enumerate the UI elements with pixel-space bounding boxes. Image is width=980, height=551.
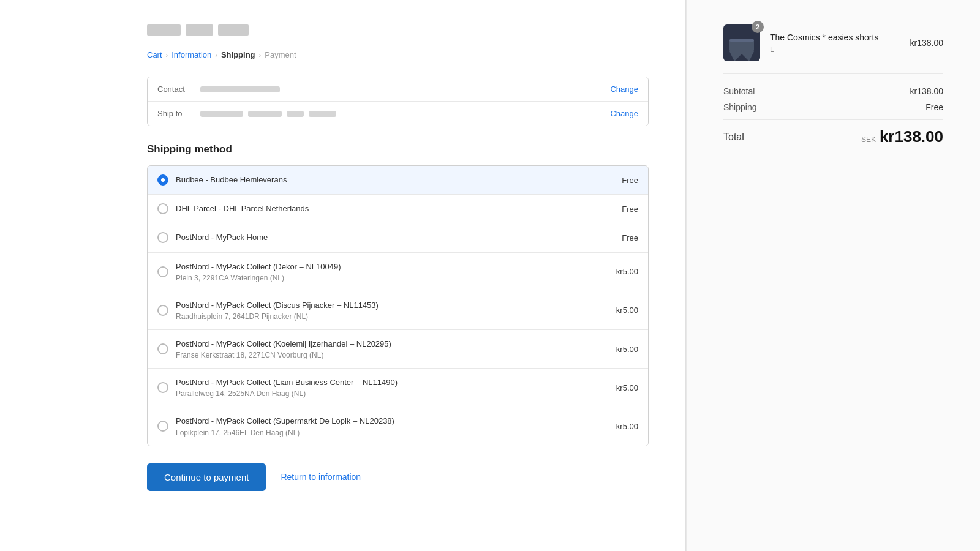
option-name-budbee: Budbee - Budbee Hemleverans — [176, 174, 612, 186]
option-address-postnord-koelemij: Franse Kerkstraat 18, 2271CN Voorburg (N… — [176, 351, 606, 359]
summary-divider — [723, 119, 943, 120]
shorts-icon — [728, 39, 755, 61]
option-address-postnord-discus: Raadhuisplein 7, 2641DR Pijnacker (NL) — [176, 312, 606, 321]
item-image-wrap: 2 — [723, 24, 760, 61]
breadcrumb-sep-1: › — [166, 51, 168, 59]
logo — [147, 24, 649, 36]
option-info-postnord-koelemij: PostNord - MyPack Collect (Koelemij Ijze… — [176, 339, 606, 359]
total-row: Total SEK kr138.00 — [723, 127, 943, 146]
subtotal-label: Subtotal — [723, 86, 755, 96]
option-name-postnord-liam: PostNord - MyPack Collect (Liam Business… — [176, 377, 606, 388]
breadcrumb-sep-2: › — [215, 51, 217, 59]
shipping-options-list: Budbee - Budbee HemleveransFreeDHL Parce… — [147, 165, 649, 446]
option-info-dhl: DHL Parcel - DHL Parcel Netherlands — [176, 203, 612, 214]
option-info-postnord-discus: PostNord - MyPack Collect (Discus Pijnac… — [176, 300, 606, 321]
total-value: kr138.00 — [880, 127, 943, 146]
radio-postnord-discus — [157, 305, 168, 316]
shipping-row: Shipping Free — [723, 102, 943, 112]
shipping-method-section: Shipping method Budbee - Budbee Hemlever… — [147, 143, 649, 446]
item-quantity-badge: 2 — [752, 21, 764, 33]
option-address-postnord-supermarkt: Lopikplein 17, 2546EL Den Haag (NL) — [176, 429, 606, 437]
shipping-option-postnord-dekor[interactable]: PostNord - MyPack Collect (Dekor – NL100… — [148, 252, 648, 291]
shipto-value — [200, 111, 605, 117]
contact-label: Contact — [157, 84, 200, 94]
item-price: kr138.00 — [910, 38, 943, 48]
shipto-label: Ship to — [157, 109, 200, 118]
option-info-postnord-liam: PostNord - MyPack Collect (Liam Business… — [176, 377, 606, 398]
option-info-budbee: Budbee - Budbee Hemleverans — [176, 174, 612, 186]
option-price-budbee: Free — [622, 176, 638, 185]
order-summary-panel: 2 The Cosmics * easies shorts L kr138.00… — [686, 0, 980, 551]
shipping-option-postnord-koelemij[interactable]: PostNord - MyPack Collect (Koelemij Ijze… — [148, 329, 648, 368]
shipping-value: Free — [925, 102, 943, 112]
shipping-option-postnord-home[interactable]: PostNord - MyPack HomeFree — [148, 223, 648, 252]
contact-value — [200, 86, 605, 92]
subtotal-value: kr138.00 — [910, 86, 943, 96]
option-price-dhl: Free — [622, 204, 638, 214]
return-to-information-link[interactable]: Return to information — [281, 472, 361, 482]
shipping-option-postnord-liam[interactable]: PostNord - MyPack Collect (Liam Business… — [148, 368, 648, 407]
radio-postnord-koelemij — [157, 343, 168, 354]
option-price-postnord-liam: kr5.00 — [616, 383, 638, 392]
shipto-row: Ship to Change — [148, 101, 648, 126]
radio-postnord-home — [157, 232, 168, 243]
radio-dhl — [157, 203, 168, 214]
item-details: The Cosmics * easies shorts L — [770, 32, 900, 54]
actions-row: Continue to payment Return to informatio… — [147, 463, 649, 491]
shipping-method-title: Shipping method — [147, 143, 649, 156]
total-currency: SEK — [861, 135, 876, 144]
subtotal-row: Subtotal kr138.00 — [723, 86, 943, 96]
option-address-postnord-dekor: Plein 3, 2291CA Wateringen (NL) — [176, 274, 606, 282]
option-name-postnord-dekor: PostNord - MyPack Collect (Dekor – NL100… — [176, 261, 606, 272]
breadcrumb: Cart › Information › Shipping › Payment — [147, 50, 649, 59]
total-value-wrap: SEK kr138.00 — [861, 127, 943, 146]
option-price-postnord-koelemij: kr5.00 — [616, 345, 638, 354]
option-name-postnord-koelemij: PostNord - MyPack Collect (Koelemij Ijze… — [176, 339, 606, 350]
order-item: 2 The Cosmics * easies shorts L kr138.00 — [723, 24, 943, 74]
contact-row: Contact Change — [148, 77, 648, 101]
option-name-postnord-discus: PostNord - MyPack Collect (Discus Pijnac… — [176, 300, 606, 311]
radio-budbee — [157, 174, 168, 186]
breadcrumb-payment: Payment — [265, 50, 296, 59]
breadcrumb-sep-3: › — [259, 51, 262, 59]
option-info-postnord-supermarkt: PostNord - MyPack Collect (Supermarkt De… — [176, 416, 606, 437]
radio-postnord-dekor — [157, 266, 168, 277]
option-name-dhl: DHL Parcel - DHL Parcel Netherlands — [176, 203, 612, 214]
svg-rect-1 — [729, 39, 754, 42]
shipping-option-postnord-supermarkt[interactable]: PostNord - MyPack Collect (Supermarkt De… — [148, 407, 648, 445]
option-address-postnord-liam: Parallelweg 14, 2525NA Den Haag (NL) — [176, 389, 606, 398]
breadcrumb-shipping: Shipping — [221, 50, 255, 59]
item-variant: L — [770, 45, 900, 54]
info-box: Contact Change Ship to Change — [147, 77, 649, 126]
shipping-option-budbee[interactable]: Budbee - Budbee HemleveransFree — [148, 166, 648, 194]
option-info-postnord-dekor: PostNord - MyPack Collect (Dekor – NL100… — [176, 261, 606, 282]
continue-to-payment-button[interactable]: Continue to payment — [147, 463, 266, 491]
option-price-postnord-dekor: kr5.00 — [616, 267, 638, 276]
item-name: The Cosmics * easies shorts — [770, 32, 900, 44]
radio-postnord-supermarkt — [157, 421, 168, 432]
breadcrumb-cart[interactable]: Cart — [147, 50, 162, 59]
breadcrumb-information[interactable]: Information — [172, 50, 211, 59]
option-price-postnord-discus: kr5.00 — [616, 305, 638, 315]
option-name-postnord-supermarkt: PostNord - MyPack Collect (Supermarkt De… — [176, 416, 606, 427]
option-info-postnord-home: PostNord - MyPack Home — [176, 232, 612, 243]
radio-postnord-liam — [157, 382, 168, 393]
shipping-option-postnord-discus[interactable]: PostNord - MyPack Collect (Discus Pijnac… — [148, 291, 648, 329]
shipping-label: Shipping — [723, 102, 757, 112]
shipto-change-link[interactable]: Change — [610, 109, 638, 118]
option-name-postnord-home: PostNord - MyPack Home — [176, 232, 612, 243]
option-price-postnord-supermarkt: kr5.00 — [616, 422, 638, 431]
shipping-option-dhl[interactable]: DHL Parcel - DHL Parcel NetherlandsFree — [148, 194, 648, 223]
option-price-postnord-home: Free — [622, 233, 638, 242]
total-label: Total — [723, 132, 744, 143]
contact-change-link[interactable]: Change — [610, 84, 638, 94]
